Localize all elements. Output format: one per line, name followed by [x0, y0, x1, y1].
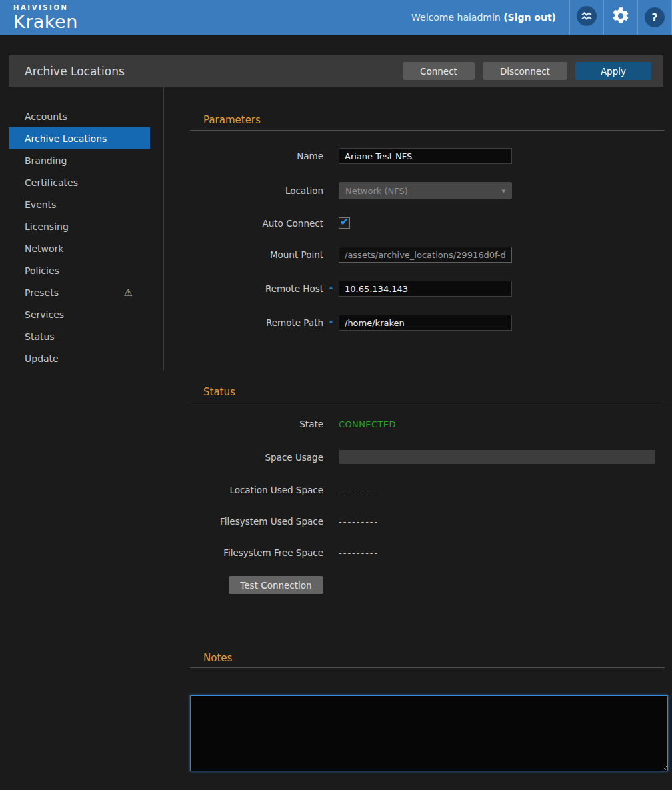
sidebar-item-services[interactable]: Services [9, 303, 150, 325]
state-label: State [190, 419, 323, 429]
sidebar-item-status[interactable]: Status [9, 325, 150, 347]
required-marker: * [323, 284, 339, 294]
apply-button[interactable]: Apply [575, 62, 651, 80]
filesystem-used-value: --------- [339, 517, 379, 527]
required-marker: * [323, 318, 339, 328]
mount-point-input[interactable] [339, 247, 512, 263]
section-rule [190, 401, 665, 401]
sidebar-item-certificates[interactable]: Certificates [9, 171, 150, 193]
sidebar-item-archive-locations[interactable]: Archive Locations [9, 127, 150, 149]
space-usage-row: Space Usage [190, 450, 665, 464]
chevron-down-icon: ▾ [501, 187, 505, 195]
name-label: Name [190, 151, 323, 161]
space-usage-bar [339, 450, 655, 464]
sidebar-item-update[interactable]: Update [9, 347, 150, 369]
auto-connect-label: Auto Connect [190, 218, 323, 229]
welcome-user: Welcome haiadmin [411, 12, 501, 23]
brand-haivision: HAIVISION [13, 5, 78, 11]
sidebar-item-network[interactable]: Network [9, 237, 150, 259]
sidebar-item-label: Presets [25, 287, 59, 298]
sidebar-item-presets[interactable]: Presets ⚠ [9, 281, 150, 303]
mount-point-row: Mount Point [190, 247, 665, 263]
section-rule [190, 130, 665, 131]
sidebar-nav: Accounts Archive Locations Branding Cert… [9, 87, 164, 370]
remote-host-label: Remote Host [190, 283, 323, 294]
mount-point-label: Mount Point [190, 249, 323, 260]
auto-connect-checkbox[interactable]: ✔ [339, 217, 350, 229]
state-value: CONNECTED [339, 419, 396, 429]
settings-button[interactable] [604, 0, 637, 35]
remote-host-row: Remote Host * [190, 281, 665, 297]
sidebar-item-policies[interactable]: Policies [9, 259, 150, 281]
help-icon: ? [645, 7, 665, 27]
notes-heading: Notes [203, 652, 665, 665]
title-bar: Archive Locations Connect Disconnect App… [9, 55, 663, 87]
sidebar-item-accounts[interactable]: Accounts [9, 105, 150, 127]
brand-logo: HAIVISION Kraken [0, 5, 78, 31]
location-used-value: --------- [339, 485, 379, 495]
test-connection-button[interactable]: Test Connection [229, 576, 323, 594]
section-rule [190, 667, 665, 668]
brand-kraken: Kraken [13, 13, 78, 31]
parameters-heading: Parameters [203, 114, 665, 127]
space-usage-label: Space Usage [190, 452, 323, 463]
sidebar-item-branding[interactable]: Branding [9, 149, 150, 171]
page-title: Archive Locations [9, 65, 125, 78]
auto-connect-row: Auto Connect ✔ [190, 217, 665, 229]
location-used-row: Location Used Space --------- [190, 485, 665, 495]
filesystem-free-value: --------- [339, 548, 379, 558]
filesystem-free-row: Filesystem Free Space --------- [190, 547, 665, 558]
main-content: Parameters Name Location Network (NFS) ▾… [190, 87, 665, 771]
help-button[interactable]: ? [638, 0, 671, 35]
remote-path-input[interactable] [339, 315, 512, 331]
location-row: Location Network (NFS) ▾ [190, 182, 665, 199]
name-input[interactable] [339, 148, 512, 164]
remote-path-label: Remote Path [190, 317, 323, 328]
disconnect-button[interactable]: Disconnect [483, 62, 567, 80]
filesystem-free-label: Filesystem Free Space [190, 547, 323, 558]
notes-textarea[interactable] [190, 695, 668, 771]
warning-icon: ⚠ [124, 287, 133, 299]
location-used-label: Location Used Space [190, 485, 323, 495]
streams-icon [577, 6, 597, 29]
sidebar-item-licensing[interactable]: Licensing [9, 215, 150, 237]
name-row: Name [190, 148, 665, 164]
location-select[interactable]: Network (NFS) ▾ [339, 182, 512, 199]
streams-button[interactable] [570, 0, 603, 35]
state-row: State CONNECTED [190, 419, 665, 429]
status-heading: Status [203, 386, 665, 399]
remote-path-row: Remote Path * [190, 315, 665, 331]
gear-icon [611, 7, 630, 28]
welcome-text: Welcome haiadmin (Sign out) [411, 12, 556, 23]
sidebar-item-events[interactable]: Events [9, 193, 150, 215]
location-selected-value: Network (NFS) [345, 186, 408, 196]
check-icon: ✔ [340, 215, 349, 228]
remote-host-input[interactable] [339, 281, 512, 297]
filesystem-used-row: Filesystem Used Space --------- [190, 516, 665, 527]
filesystem-used-label: Filesystem Used Space [190, 516, 323, 527]
location-label: Location [190, 185, 323, 196]
sign-out-link[interactable]: (Sign out) [503, 12, 556, 23]
connect-button[interactable]: Connect [403, 62, 475, 80]
app-header: HAIVISION Kraken Welcome haiadmin (Sign … [0, 0, 672, 35]
